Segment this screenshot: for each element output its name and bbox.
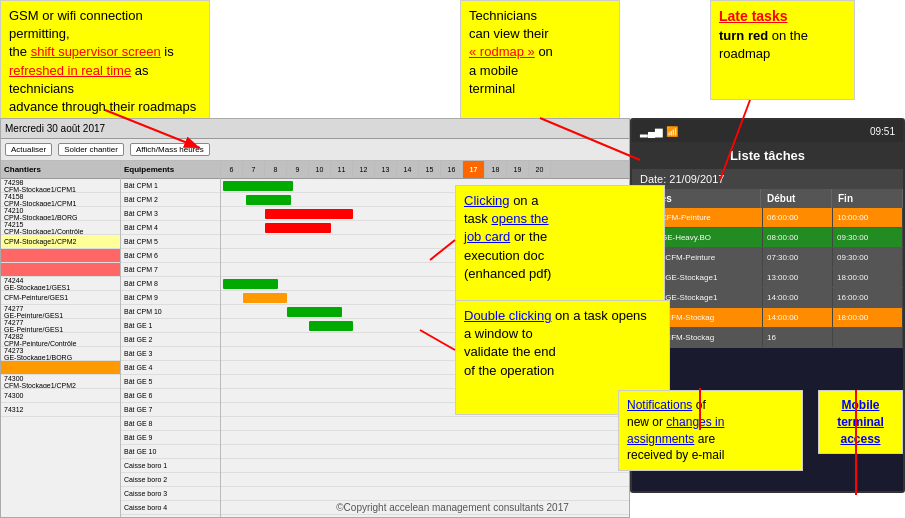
list-item: Bât CPM 6 [121, 249, 220, 263]
task-bar[interactable] [265, 209, 353, 219]
actualiser-button[interactable]: Actualiser [5, 143, 52, 156]
list-item: Bât CPM 5 [121, 235, 220, 249]
list-item: Bât CPM 9 [121, 291, 220, 305]
clicking-text3: or the [514, 229, 547, 244]
task-debut: 14:00:00 [763, 288, 833, 307]
col-11: 11 [331, 161, 353, 178]
list-item: Bât GE 2 [121, 333, 220, 347]
gantt-bar-row [221, 417, 629, 431]
list-item: Bât CPM 2 [121, 193, 220, 207]
list-item: Bât GE 3 [121, 347, 220, 361]
mobile-title: Liste tâches [632, 142, 903, 169]
col-10: 10 [309, 161, 331, 178]
annotation-tc-link1: « rodmap » [469, 44, 535, 59]
annotation-tc-text3: on [538, 44, 552, 59]
list-item: Bât GE 9 [121, 431, 220, 445]
list-item: CFM-Peinture/GES1 [1, 291, 120, 305]
annotation-tc-text2: can view their [469, 26, 548, 41]
copyright-text: ©Copyright accelean management consultan… [336, 502, 569, 513]
list-item: Bât GE 6 [121, 389, 220, 403]
list-item: 74215CPM-Stockage1/Contrôle [1, 221, 120, 235]
col-8: 8 [265, 161, 287, 178]
col-debut: Début [761, 189, 832, 208]
mobile-table-row[interactable]: 74279 - GE-Stockage1 14:00:00 16:00:00 [632, 288, 903, 308]
notif-text1: of [696, 398, 706, 412]
mobile-table-row[interactable]: 74218 - CFM-Stockag 16 [632, 328, 903, 348]
gantt-bar-row [221, 473, 629, 487]
task-fin [833, 328, 903, 347]
mobile-link: Mobileterminalaccess [837, 398, 884, 446]
col-19: 19 [507, 161, 529, 178]
list-item: 74277GE-Peinture/GES1 [1, 305, 120, 319]
annotation-tl-text5: advance through their roadmaps [9, 99, 196, 114]
col-6: 6 [221, 161, 243, 178]
task-fin: 10:00:00 [833, 208, 903, 227]
notif-text2: new or [627, 415, 666, 429]
task-bar[interactable] [223, 279, 278, 289]
clicking-text5: (enhanced pdf) [464, 266, 551, 281]
annotation-top-left: GSM or wifi connection permitting, the s… [0, 0, 210, 123]
task-bar[interactable] [246, 195, 291, 205]
task-fin: 18:00:00 [833, 268, 903, 287]
clicking-link: Clicking [464, 193, 510, 208]
gantt-date: Mercredi 30 août 2017 [5, 123, 105, 134]
mobile-table-row[interactable]: 74218 - CFM-Stockag 14:00:00 18:00:00 [632, 308, 903, 328]
gantt-bar-row [221, 515, 629, 517]
mobile-signal-icon: ▂▄▆ 📶 [640, 126, 678, 137]
gantt-chantiers-header: Chantiers [1, 161, 120, 179]
col-7: 7 [243, 161, 265, 178]
solder-chantier-button[interactable]: Solder chantier [58, 143, 124, 156]
mobile-date: Date: 21/09/2017 [632, 169, 903, 189]
task-debut: 16 [763, 328, 833, 347]
list-item: Bât CPM 3 [121, 207, 220, 221]
task-bar[interactable] [287, 307, 342, 317]
dc-text4: of the operation [464, 363, 554, 378]
list-item: 74277GE-Peinture/GES1 [1, 319, 120, 333]
list-item: Caisse boro 3 [121, 487, 220, 501]
task-bar[interactable] [243, 293, 287, 303]
task-fin: 18:00:00 [833, 308, 903, 327]
annotation-tl-text2: the [9, 44, 31, 59]
mobile-status-bar: ▂▄▆ 📶 09:51 [632, 120, 903, 142]
job-card-link: job card [464, 229, 510, 244]
list-item: Bât CPM 10 [121, 305, 220, 319]
mobile-table-row[interactable]: 74279 - GE-Stockage1 13:00:00 18:00:00 [632, 268, 903, 288]
annotation-mobile-access: Mobileterminalaccess [818, 390, 903, 454]
mobile-table-row[interactable]: 4265 - GE-Heavy.BO 08:00:00 09:30:00 [632, 228, 903, 248]
list-item: Caisse boro 2 [121, 473, 220, 487]
mobile-table-header: Taches Début Fin [632, 189, 903, 208]
list-item: 74244GE-Stockage1/GES1 [1, 277, 120, 291]
notif-text4: received by e-mail [627, 448, 724, 462]
task-bar[interactable] [223, 181, 293, 191]
gantt-toolbar: Actualiser Solder chantier Affich/Mass h… [1, 139, 629, 161]
list-item: 74158CPM-Stockage1/CPM1 [1, 193, 120, 207]
col-17: 17 [463, 161, 485, 178]
col-9: 9 [287, 161, 309, 178]
task-fin: 09:30:00 [833, 248, 903, 267]
annotation-tc-text4: a mobile [469, 63, 518, 78]
col-16: 16 [441, 161, 463, 178]
list-item: Bât GE 7 [121, 403, 220, 417]
list-item: Bât GE 10 [121, 445, 220, 459]
changes-link: changes in [666, 415, 724, 429]
list-item: Bât GE 4 [121, 361, 220, 375]
task-fin: 16:00:00 [833, 288, 903, 307]
list-item: CPM-Stockage1/CPM2 [1, 235, 120, 249]
annotation-top-right: Late tasks turn red on the roadmap [710, 0, 855, 100]
annotation-top-center: Technicians can view their « rodmap » on… [460, 0, 620, 120]
annotation-tl-text1: GSM or wifi connection permitting, [9, 8, 143, 41]
list-item: 74312 [1, 403, 120, 417]
gantt-bar-row [221, 459, 629, 473]
affich-mass-heures-button[interactable]: Affich/Mass heures [130, 143, 210, 156]
col-14: 14 [397, 161, 419, 178]
clicking-text4: execution doc [464, 248, 544, 263]
mobile-table-row[interactable]: 4198 - CFM-Peinture 06:00:00 10:00:00 [632, 208, 903, 228]
col-fin: Fin [832, 189, 903, 208]
task-bar[interactable] [265, 223, 331, 233]
opens-the-link: opens the [491, 211, 548, 226]
mobile-table-row[interactable]: 74198 - CFM-Peinture 07:30:00 09:30:00 [632, 248, 903, 268]
dc-text2: a window to [464, 326, 533, 341]
dc-text3: validate the end [464, 344, 556, 359]
task-bar[interactable] [309, 321, 353, 331]
gantt-header: Mercredi 30 août 2017 [1, 119, 629, 139]
